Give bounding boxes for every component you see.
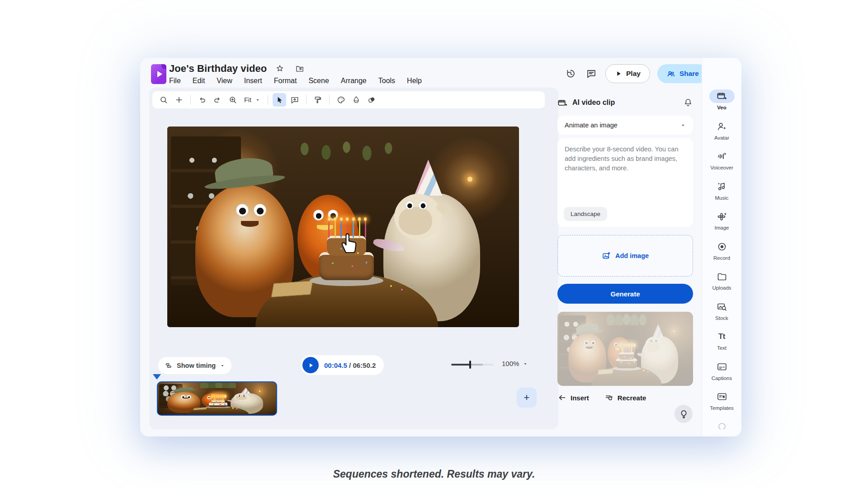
undo-icon[interactable]	[195, 93, 209, 107]
chevron-down-icon	[680, 122, 686, 128]
toolbar-divider	[329, 95, 330, 105]
image-icon	[717, 211, 727, 222]
uploads-icon	[717, 271, 727, 282]
document-title[interactable]: Joe's Birthday video	[169, 63, 267, 75]
playhead-marker[interactable]	[153, 374, 161, 380]
recreate-label: Recreate	[618, 394, 646, 402]
rail-item-partial	[717, 420, 727, 429]
generated-preview[interactable]	[557, 312, 693, 386]
play-button[interactable]: Play	[605, 64, 650, 83]
move-to-folder-icon[interactable]	[293, 62, 307, 75]
ai-clip-icon	[557, 98, 568, 108]
share-button-label: Share	[679, 70, 699, 78]
lightbulb-icon	[679, 409, 689, 419]
veo-icon	[717, 91, 727, 102]
title-row: Joe's Birthday video	[169, 61, 307, 76]
zoom-level-value: 100%	[502, 360, 519, 367]
video-scene	[167, 127, 519, 327]
rail-item-text[interactable]: Tt Text	[702, 330, 741, 360]
timing-icon	[165, 361, 173, 370]
menu-scene[interactable]: Scene	[308, 77, 329, 85]
current-time: 00:04.5	[324, 361, 347, 369]
add-comment-icon[interactable]	[288, 93, 302, 107]
share-button[interactable]: Share	[657, 64, 708, 83]
aspect-ratio-chip[interactable]: Landscape	[564, 207, 607, 221]
voiceover-icon	[717, 151, 727, 162]
total-time: 06:50.2	[353, 361, 376, 369]
prompt-input[interactable]: Describe your 8-second video. You can ad…	[557, 138, 693, 227]
menu-insert[interactable]: Insert	[244, 77, 262, 85]
scene-hanging-herbs	[605, 313, 651, 325]
templates-icon	[717, 391, 727, 402]
add-icon[interactable]	[172, 93, 186, 107]
timeline-play-button[interactable]	[302, 357, 319, 373]
toolbar-divider	[268, 95, 268, 105]
timeline-zoom-slider[interactable]	[451, 364, 494, 366]
comments-icon[interactable]	[585, 67, 598, 80]
playback-time: 00:04.5 / 06:50.2	[301, 355, 384, 375]
recreate-button[interactable]: Recreate	[604, 393, 646, 402]
paint-format-icon[interactable]	[311, 93, 325, 107]
rail-item-templates[interactable]: Templates	[702, 390, 741, 420]
rail-item-avatar[interactable]: Avatar	[702, 120, 741, 150]
scene-lamp	[673, 330, 675, 332]
theme-colors-icon[interactable]	[334, 93, 348, 107]
rail-item-record[interactable]: Record	[702, 240, 741, 270]
scene-hanging-herbs	[290, 128, 410, 162]
show-timing-dropdown[interactable]: Show timing	[158, 357, 231, 374]
arrow-left-icon	[557, 393, 566, 402]
add-scene-button[interactable]: +	[517, 388, 537, 408]
menu-view[interactable]: View	[217, 77, 232, 85]
rail-item-voiceover[interactable]: Voiceover	[702, 150, 741, 180]
slider-thumb[interactable]	[469, 361, 471, 369]
clip-thumbnail[interactable]	[157, 381, 277, 416]
menu-tools[interactable]: Tools	[378, 77, 395, 85]
redo-icon[interactable]	[211, 93, 224, 107]
cursor-icon	[338, 231, 359, 254]
scene-party-hat	[653, 324, 664, 338]
menu-help[interactable]: Help	[407, 77, 422, 85]
zoom-in-icon[interactable]	[226, 93, 240, 107]
add-image-label: Add image	[615, 252, 649, 259]
vids-app-logo[interactable]	[151, 64, 166, 84]
captions-icon	[717, 361, 727, 372]
rail-item-veo[interactable]: Veo	[702, 89, 741, 120]
version-history-icon[interactable]	[564, 67, 577, 80]
page-caption: Sequences shortened. Results may vary.	[0, 468, 868, 480]
rail-item-image[interactable]: Image	[702, 210, 741, 240]
notifications-bell-icon[interactable]	[683, 98, 693, 108]
fit-zoom-value: Fit	[244, 96, 251, 103]
rail-item-captions[interactable]: Captions	[702, 360, 741, 390]
tips-lightbulb-button[interactable]	[675, 405, 693, 423]
rail-item-music[interactable]: Music	[702, 180, 741, 210]
text-icon: Tt	[718, 332, 725, 341]
rail-item-stock[interactable]: Stock	[702, 300, 741, 330]
select-tool-icon[interactable]	[273, 93, 286, 107]
star-icon[interactable]	[273, 62, 287, 75]
chevron-down-icon	[523, 361, 528, 366]
color-fill-icon[interactable]	[349, 93, 363, 107]
menu-format[interactable]: Format	[274, 77, 297, 85]
stock-icon	[717, 301, 727, 312]
chevron-down-icon	[220, 363, 225, 368]
video-frame[interactable]	[167, 127, 519, 327]
mode-select[interactable]: Animate an image	[557, 116, 693, 135]
rail-item-uploads[interactable]: Uploads	[702, 270, 741, 300]
background-blur-icon[interactable]	[365, 93, 378, 107]
timeline-zoom-select[interactable]: 100%	[502, 360, 528, 367]
ai-video-clip-panel: AI video clip Animate an image Describe …	[557, 96, 693, 402]
play-button-label: Play	[626, 70, 641, 78]
insert-button[interactable]: Insert	[557, 393, 589, 402]
menu-edit[interactable]: Edit	[193, 77, 205, 85]
fit-zoom-select[interactable]: Fit	[241, 96, 263, 103]
page: Joe's Birthday video File Edit View Inse…	[0, 0, 868, 488]
toolbar-divider	[306, 95, 307, 105]
canvas-area: Fit	[149, 88, 558, 429]
menu-bar: File Edit View Insert Format Scene Arran…	[169, 77, 422, 85]
record-icon	[717, 241, 727, 252]
menu-arrange[interactable]: Arrange	[341, 77, 367, 85]
menu-file[interactable]: File	[169, 77, 181, 85]
search-icon[interactable]	[157, 93, 170, 107]
add-image-button[interactable]: Add image	[557, 235, 693, 277]
generate-button[interactable]: Generate	[557, 284, 693, 304]
